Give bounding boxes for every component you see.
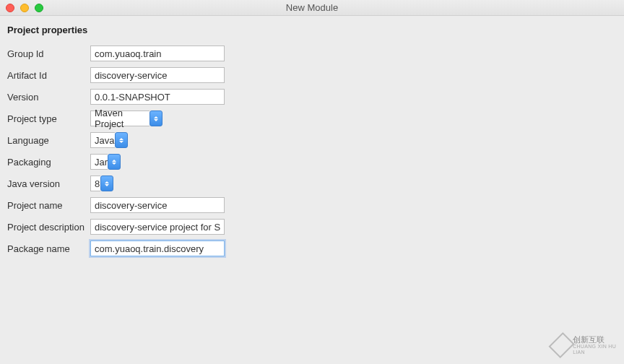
- maximize-icon[interactable]: [35, 4, 43, 12]
- watermark-logo: 创新互联 CHUANG XIN HU LIAN: [553, 332, 618, 358]
- row-artifact-id: Artifact Id: [7, 67, 617, 83]
- window-titlebar: New Module: [0, 0, 624, 16]
- watermark-en: CHUANG XIN HU LIAN: [573, 344, 618, 355]
- artifact-id-input[interactable]: [90, 67, 225, 83]
- window-title: New Module: [0, 2, 624, 13]
- traffic-lights: [0, 4, 43, 12]
- minimize-icon[interactable]: [20, 4, 29, 12]
- java-version-value: 8: [90, 176, 100, 191]
- dropdown-icon: [150, 110, 162, 126]
- language-value: Java: [90, 132, 115, 148]
- label-project-type: Project type: [7, 113, 90, 124]
- version-input[interactable]: [90, 89, 225, 105]
- section-title: Project properties: [7, 25, 617, 35]
- dropdown-icon: [115, 132, 128, 148]
- close-icon[interactable]: [6, 4, 14, 12]
- label-artifact-id: Artifact Id: [7, 70, 90, 81]
- project-description-input[interactable]: [90, 219, 225, 235]
- row-group-id: Group Id: [7, 46, 617, 61]
- content-area: Project properties Group Id Artifact Id …: [0, 16, 624, 271]
- packaging-value: Jar: [90, 154, 108, 170]
- row-project-description: Project description: [7, 219, 617, 235]
- dropdown-icon: [108, 154, 121, 170]
- row-package-name: Package name: [7, 240, 617, 256]
- label-java-version: Java version: [7, 178, 90, 189]
- packaging-select[interactable]: Jar: [90, 154, 121, 170]
- java-version-select[interactable]: 8: [90, 176, 113, 191]
- row-version: Version: [7, 89, 617, 105]
- label-packaging: Packaging: [7, 157, 90, 168]
- label-version: Version: [7, 92, 90, 103]
- label-group-id: Group Id: [7, 48, 90, 59]
- row-java-version: Java version 8: [7, 176, 617, 191]
- row-language: Language Java: [7, 132, 617, 148]
- label-language: Language: [7, 135, 90, 146]
- project-type-select[interactable]: Maven Project: [90, 110, 162, 126]
- row-project-name: Project name: [7, 197, 617, 213]
- logo-icon: [548, 332, 574, 358]
- label-package-name: Package name: [7, 243, 90, 254]
- row-project-type: Project type Maven Project: [7, 110, 617, 126]
- package-name-input[interactable]: [90, 240, 225, 256]
- label-project-name: Project name: [7, 200, 90, 211]
- row-packaging: Packaging Jar: [7, 154, 617, 170]
- label-project-description: Project description: [7, 222, 90, 233]
- group-id-input[interactable]: [90, 46, 225, 61]
- project-name-input[interactable]: [90, 197, 225, 213]
- watermark-cn: 创新互联: [573, 335, 618, 344]
- dropdown-icon: [100, 176, 113, 191]
- project-type-value: Maven Project: [90, 110, 150, 126]
- language-select[interactable]: Java: [90, 132, 128, 148]
